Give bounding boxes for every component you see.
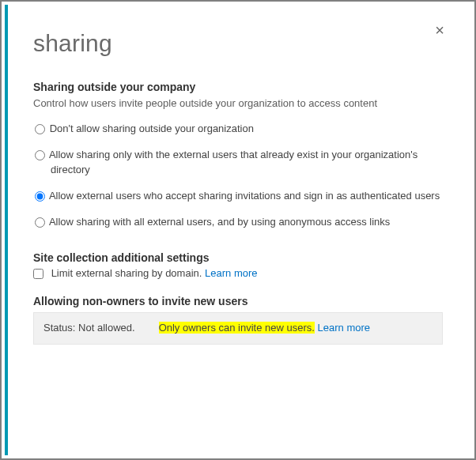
sharing-option-2-radio[interactable] <box>35 191 45 202</box>
sharing-option-3-label: Allow sharing with all external users, a… <box>49 216 390 228</box>
limit-domain-label: Limit external sharing by domain. <box>51 267 202 279</box>
dialog-outer: × sharing Sharing outside your company C… <box>2 2 474 458</box>
owners-only-text: Only owners can invite new users. <box>159 322 315 334</box>
nonowners-status-box: Status: Not allowed. Only owners can inv… <box>33 312 443 344</box>
sharing-option-2-label: Allow external users who accept sharing … <box>49 190 440 202</box>
close-button[interactable]: × <box>435 22 444 38</box>
sharing-option-1-radio[interactable] <box>35 150 45 160</box>
sharing-option-row: Don't allow sharing outside your organiz… <box>51 122 443 137</box>
sharing-option-0-radio[interactable] <box>35 124 45 134</box>
status-value: Not allowed. <box>78 322 135 334</box>
accent-bar <box>5 5 8 455</box>
nonowners-learn-more-link[interactable]: Learn more <box>318 322 370 334</box>
limit-domain-learn-more-link[interactable]: Learn more <box>205 267 257 279</box>
nonowners-section: Allowing non-owners to invite new users … <box>33 295 443 344</box>
spacer <box>33 345 443 354</box>
sharing-outside-heading: Sharing outside your company <box>33 81 443 93</box>
limit-domain-row: Limit external sharing by domain. Learn … <box>33 267 443 279</box>
sharing-option-1-label: Allow sharing only with the external use… <box>49 149 417 175</box>
sharing-option-row: Allow external users who accept sharing … <box>51 189 443 204</box>
sharing-outside-desc: Control how users invite people outside … <box>33 96 443 111</box>
sharing-option-3-radio[interactable] <box>35 217 45 228</box>
limit-domain-checkbox[interactable] <box>33 269 43 279</box>
nonowners-heading: Allowing non-owners to invite new users <box>33 295 443 307</box>
additional-settings-section: Site collection additional settings Limi… <box>33 251 443 279</box>
panel-title: sharing <box>33 30 446 57</box>
sharing-option-0-label: Don't allow sharing outside your organiz… <box>50 123 254 134</box>
status-label: Status: <box>43 322 75 334</box>
status-right: Only owners can invite new users. Learn … <box>159 321 370 335</box>
sharing-option-row: Allow sharing with all external users, a… <box>51 215 443 230</box>
status-left: Status: Not allowed. <box>43 321 135 335</box>
sharing-option-row: Allow sharing only with the external use… <box>51 148 443 178</box>
additional-settings-heading: Site collection additional settings <box>33 251 443 264</box>
sharing-panel: × sharing Sharing outside your company C… <box>11 5 468 455</box>
scroll-area[interactable]: Sharing outside your company Control how… <box>33 77 452 449</box>
